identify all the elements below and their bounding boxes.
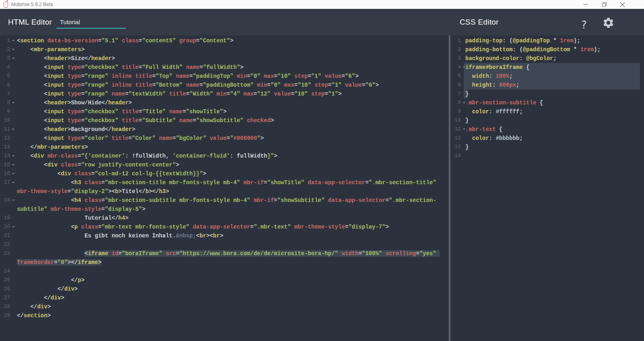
code-line[interactable]: 8.mbr-section-subtitle { (450, 98, 644, 107)
code-line[interactable]: 14 (450, 152, 644, 160)
fold-arrow-icon[interactable] (12, 226, 14, 228)
line-number: 18 (0, 196, 10, 205)
line-number: 19 (0, 214, 10, 222)
fold-arrow-icon[interactable] (12, 129, 14, 130)
code-line[interactable]: 27 </div> (0, 293, 449, 302)
line-number: 1 (450, 36, 461, 45)
code-line[interactable]: 5 <input type="range" inline title="Top"… (0, 72, 449, 81)
code-text: <mbr-parameters> (17, 45, 85, 54)
line-number: 1 (0, 36, 10, 45)
close-button[interactable] (616, 0, 628, 9)
code-line[interactable]: 18 <h4 class="mbr-section-subtitle mbr-f… (0, 196, 449, 205)
fold-arrow-icon[interactable] (12, 182, 14, 183)
code-text: </section> (17, 311, 51, 320)
code-text: <input type="checkbox" title="Full Width… (17, 63, 244, 72)
code-line[interactable]: 19 Tutorial</h4> (0, 214, 449, 222)
code-line[interactable]: 1<section data-bs-version="5.1" class="c… (0, 36, 449, 45)
code-line[interactable]: 2padding-bottom: (@paddingBottom * 1rem)… (450, 45, 644, 54)
code-line[interactable]: 15 <div class="row justify-content-cente… (0, 160, 449, 169)
line-number: 10 (450, 116, 461, 125)
restore-button[interactable] (598, 0, 610, 9)
line-number: 12 (450, 134, 461, 143)
fold-arrow-icon[interactable] (12, 200, 14, 201)
code-text: mbr-theme-style="display-2"><b>Titel</b>… (17, 187, 169, 196)
code-text: <div class="col-md-12 col-lg-{{textWidth… (17, 169, 206, 178)
help-icon[interactable]: ? (581, 19, 587, 31)
code-line[interactable]: 4iframe#boraIframe { (450, 63, 644, 72)
code-line[interactable]: 12 color: #bbbbbb; (450, 134, 644, 143)
code-line[interactable]: 5 width: 100%; (450, 72, 644, 81)
fold-arrow-icon[interactable] (12, 40, 14, 42)
code-line[interactable]: 6 <input type="range" inline title="Bott… (0, 81, 449, 89)
code-line[interactable]: 11 <header>Background</header> (0, 125, 449, 134)
code-line[interactable]: 3 <header>Size</header> (0, 54, 449, 63)
code-line[interactable]: 10} (450, 116, 644, 125)
line-number: 2 (0, 45, 10, 54)
code-line[interactable]: 21 Es gibt noch keinen Inhalt.&nbsp;<br>… (0, 231, 449, 240)
code-line[interactable]: 8 <header>Show/Hide</header> (0, 98, 449, 107)
fold-arrow-icon[interactable] (12, 173, 14, 175)
gear-icon[interactable] (602, 17, 615, 31)
code-line[interactable]: 13 </mbr-parameters> (0, 143, 449, 152)
code-text: iframe#boraIframe { (465, 63, 530, 72)
code-text: <input type="checkbox" title="Title" nam… (17, 107, 227, 116)
code-line[interactable]: 28 </div> (0, 302, 449, 311)
code-line[interactable]: 25 </p> (0, 276, 449, 285)
code-text: <h4 class="mbr-section-subtitle mbr-font… (17, 196, 436, 205)
tab-tutorial[interactable]: Tutorial (56, 9, 126, 29)
css-code-editor[interactable]: 1padding-top: (@paddingTop * 1rem);2padd… (450, 35, 644, 341)
code-line[interactable]: 23 <iframe id="boraIframe" src="https://… (0, 249, 449, 258)
code-text: padding-bottom: (@paddingBottom * 1rem); (465, 45, 601, 54)
code-line[interactable]: 14 <div mbr-class="{'container': !fullWi… (0, 152, 449, 160)
code-line[interactable]: frameborder="0"></iframe> (0, 258, 449, 267)
code-line[interactable]: 12 <input type="color" title="Color" nam… (0, 134, 449, 143)
minimize-button[interactable] (580, 0, 592, 9)
code-text: Tutorial</h4> (17, 214, 128, 222)
code-line[interactable]: 26 </div> (0, 285, 449, 293)
html-code-editor[interactable]: 1<section data-bs-version="5.1" class="c… (0, 35, 449, 341)
code-line[interactable]: 11.mbr-text { (450, 125, 644, 134)
line-number: 15 (0, 160, 10, 169)
fold-arrow-icon[interactable] (12, 58, 14, 59)
code-text: <div class="row justify-content-center"> (17, 160, 179, 169)
code-text: </div> (17, 285, 78, 293)
code-line[interactable]: 16 <div class="col-md-12 col-lg-{{textWi… (0, 169, 449, 178)
line-number: 21 (0, 231, 10, 240)
code-line[interactable]: 17 <h3 class="mbr-section-title mbr-font… (0, 178, 449, 187)
fold-arrow-icon[interactable] (12, 155, 14, 157)
code-line[interactable]: 22 (0, 240, 449, 249)
code-line[interactable]: 9 <input type="checkbox" title="Title" n… (0, 107, 449, 116)
code-line[interactable]: 24 (0, 267, 449, 276)
code-line[interactable]: 13} (450, 143, 644, 152)
line-number: 2 (450, 45, 461, 54)
line-number: 17 (0, 178, 10, 187)
code-line[interactable]: 7} (450, 89, 644, 98)
line-number: 8 (450, 98, 461, 107)
fold-arrow-icon[interactable] (12, 102, 14, 104)
code-text: frameborder="0"></iframe> (17, 258, 101, 267)
code-line[interactable]: 20 <p class="mbr-text mbr-fonts-style" d… (0, 222, 449, 231)
code-line[interactable]: 4 <input type="checkbox" title="Full Wid… (0, 63, 449, 72)
tab-tutorial-label: Tutorial (60, 19, 80, 25)
app-icon-spark: * (6, 0, 8, 4)
code-line[interactable]: 1padding-top: (@paddingTop * 1rem); (450, 36, 644, 45)
code-text: <iframe id="boraIframe" src="https://www… (17, 249, 440, 258)
header-bar: HTML Editor Tutorial CSS Editor ? (0, 9, 644, 35)
line-number: 24 (0, 267, 10, 276)
code-line[interactable]: subtitle" mbr-theme-style="display-5"> (0, 205, 449, 214)
code-line[interactable]: 29</section> (0, 311, 449, 320)
code-line[interactable]: mbr-theme-style="display-2"><b>Titel</b>… (0, 187, 449, 196)
fold-arrow-icon[interactable] (12, 49, 14, 50)
line-number: 29 (0, 311, 10, 320)
code-line[interactable]: 2 <mbr-parameters> (0, 45, 449, 54)
code-line[interactable]: 3background-color: @bgColor; (450, 54, 644, 63)
code-line[interactable]: 10 <input type="checkbox" title="Subtitl… (0, 116, 449, 125)
line-number: 5 (0, 72, 10, 81)
fold-arrow-icon[interactable] (12, 164, 14, 166)
code-line[interactable]: 6 height: 800px; (450, 81, 644, 89)
code-text: color: #ffffff; (465, 107, 523, 116)
line-number: 28 (0, 302, 10, 311)
code-line[interactable]: 9 color: #ffffff; (450, 107, 644, 116)
code-line[interactable]: 7 <input type="range" name="textWidth" t… (0, 89, 449, 98)
line-number: 12 (0, 134, 10, 143)
